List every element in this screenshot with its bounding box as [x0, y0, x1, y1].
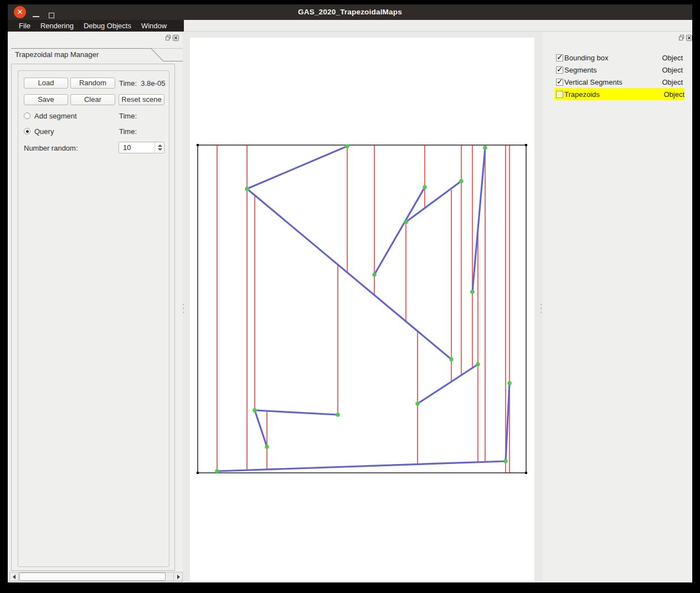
menu-item-debug-objects[interactable]: Debug Objects [79, 20, 136, 32]
query-radio[interactable] [24, 128, 30, 135]
object-type: Object [662, 66, 683, 74]
visibility-checkbox[interactable]: ✓ [556, 79, 563, 86]
menu-item-rendering[interactable]: Rendering [35, 20, 79, 32]
segment-endpoint [245, 187, 249, 191]
dock-close-icon[interactable] [173, 34, 179, 42]
dock-close-icon[interactable] [686, 34, 692, 42]
object-label[interactable]: Segments [564, 66, 597, 74]
segment-endpoint [345, 144, 349, 148]
tab-top-edge [11, 48, 152, 49]
random-button[interactable]: Random [70, 78, 115, 89]
add-segment-label: Add segment [34, 112, 77, 120]
object-row-trapezoids: TrapezoidsObject [554, 88, 684, 100]
map-segment [247, 146, 347, 189]
load-button[interactable]: Load [24, 78, 68, 89]
segment-endpoint [372, 272, 377, 277]
segment-endpoint [507, 381, 512, 385]
tab-baseline [163, 61, 183, 61]
map-segment [247, 189, 451, 359]
spinbox-arrows[interactable] [155, 142, 164, 153]
map-canvas[interactable] [190, 38, 534, 581]
query-time-label: Time: [119, 127, 137, 136]
application-window: ✕ GAS_2020_TrapezoidalMaps FileRendering… [0, 0, 700, 593]
random-time-value: 3.8e-05 [141, 79, 165, 87]
save-button[interactable]: Save [24, 94, 68, 105]
right-splitter-handle[interactable] [541, 304, 542, 313]
menu-item-file[interactable]: File [14, 20, 35, 32]
horizontal-scrollbar[interactable] [9, 572, 183, 581]
menu-bar: FileRenderingDebug ObjectsWindow [8, 20, 184, 32]
add-segment-radio[interactable] [24, 112, 30, 119]
segment-endpoint [459, 179, 464, 183]
trapezoidal-map-drawing[interactable] [190, 38, 534, 581]
visibility-checkbox[interactable]: ✓ [556, 66, 563, 74]
object-row-bounding-box: ✓Bounding boxObject [543, 51, 692, 64]
visibility-checkbox[interactable] [556, 91, 563, 98]
scroll-left-icon [13, 575, 16, 579]
spin-down-icon[interactable] [158, 148, 162, 151]
object-label[interactable]: Vertical Segments [564, 78, 622, 86]
segment-endpoint [449, 357, 454, 362]
map-segment [472, 148, 485, 292]
map-segment [506, 383, 509, 461]
segment-endpoint [215, 469, 219, 473]
map-segment [255, 410, 267, 447]
clear-button[interactable]: Clear [70, 94, 115, 105]
main-area: Trapezoidal map Manager Load Random Time… [8, 32, 692, 582]
object-row-vertical-segments: ✓Vertical SegmentsObject [543, 76, 692, 88]
segment-endpoint [336, 412, 340, 417]
map-segment [217, 461, 506, 471]
segment-endpoint [265, 445, 269, 449]
object-type: Object [662, 54, 683, 62]
bounding-box-corner [197, 144, 199, 146]
reset-scene-button[interactable]: Reset scene [119, 94, 164, 105]
right-dock: ✓Bounding boxObject✓SegmentsObject✓Verti… [543, 32, 692, 581]
window-title: GAS_2020_TrapezoidalMaps [8, 4, 692, 20]
segment-endpoint [423, 185, 427, 189]
segment-endpoint [470, 290, 475, 294]
left-splitter-handle[interactable] [183, 304, 184, 313]
bounding-box-corner [525, 472, 527, 474]
dock-float-icon[interactable] [165, 34, 171, 42]
object-type: Object [662, 78, 683, 86]
number-random-value: 10 [123, 142, 131, 153]
map-segment [374, 187, 425, 275]
segment-endpoint [253, 408, 257, 412]
menu-bar-spacer [184, 20, 692, 32]
scroll-left-button[interactable] [10, 573, 19, 581]
query-label: Query [34, 127, 54, 136]
dock-float-icon[interactable] [678, 34, 684, 42]
object-type: Object [663, 90, 684, 99]
scroll-right-icon [177, 575, 180, 579]
object-row-segments: ✓SegmentsObject [543, 64, 692, 76]
scroll-right-button[interactable] [173, 573, 182, 581]
bounding-box-corner [197, 472, 199, 474]
scrollbar-thumb[interactable] [19, 573, 166, 581]
tab-trapezoidal-map-manager[interactable]: Trapezoidal map Manager [15, 50, 99, 59]
segment-endpoint [503, 459, 508, 463]
left-dock: Trapezoidal map Manager Load Random Time… [8, 32, 183, 581]
map-segment [406, 181, 461, 222]
menu-item-window[interactable]: Window [136, 20, 172, 32]
segment-endpoint [483, 146, 487, 150]
title-bar: ✕ GAS_2020_TrapezoidalMaps [8, 4, 692, 20]
random-time-label: Time: 3.8e-05 [119, 79, 165, 87]
spin-up-icon[interactable] [158, 145, 162, 147]
number-random-label: Number random: [24, 144, 78, 152]
debug-object-list: ✓Bounding boxObject✓SegmentsObject✓Verti… [543, 51, 692, 100]
object-label[interactable]: Trapezoids [564, 90, 600, 99]
segment-endpoint [476, 362, 480, 367]
bounding-box-corner [525, 144, 527, 146]
object-label[interactable]: Bounding box [564, 54, 609, 62]
number-random-spinbox[interactable]: 10 [119, 142, 164, 153]
segment-endpoint [404, 220, 408, 224]
segment-endpoint [415, 401, 420, 406]
add-segment-time-label: Time: [119, 112, 137, 120]
visibility-checkbox[interactable]: ✓ [556, 54, 563, 61]
map-segment [418, 364, 478, 404]
tab-diagonal-edge [151, 48, 163, 61]
